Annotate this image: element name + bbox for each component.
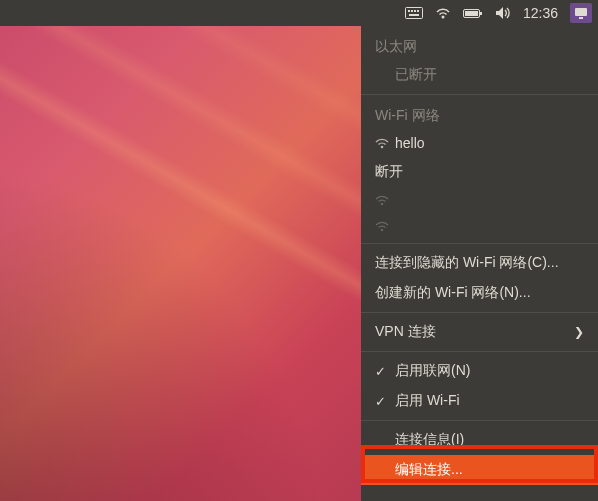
svg-rect-8 bbox=[465, 11, 478, 16]
ethernet-header: 以太网 bbox=[361, 30, 598, 60]
svg-rect-2 bbox=[411, 10, 413, 12]
separator bbox=[361, 420, 598, 421]
wifi-network-hello[interactable]: hello bbox=[361, 129, 598, 157]
wifi-signal-icon bbox=[375, 220, 389, 232]
volume-icon[interactable] bbox=[495, 6, 511, 20]
enable-networking[interactable]: 启用联网(N) bbox=[361, 356, 598, 386]
svg-point-14 bbox=[381, 229, 383, 231]
top-menu-bar: 12:36 bbox=[0, 0, 598, 26]
ethernet-disconnected: 已断开 bbox=[361, 60, 598, 90]
enable-wifi[interactable]: 启用 Wi-Fi bbox=[361, 386, 598, 416]
battery-icon[interactable] bbox=[463, 8, 483, 19]
wifi-empty-1 bbox=[361, 187, 598, 213]
wifi-ssid-label: hello bbox=[395, 135, 425, 151]
chevron-right-icon: ❯ bbox=[574, 325, 584, 339]
svg-rect-0 bbox=[405, 8, 422, 19]
svg-rect-1 bbox=[408, 10, 410, 12]
vpn-connections[interactable]: VPN 连接 ❯ bbox=[361, 317, 598, 347]
svg-rect-11 bbox=[579, 17, 583, 19]
wifi-disconnect[interactable]: 断开 bbox=[361, 157, 598, 187]
separator bbox=[361, 351, 598, 352]
network-menu: 以太网 已断开 Wi-Fi 网络 hello 断开 连接到隐藏的 Wi-Fi 网… bbox=[361, 26, 598, 501]
svg-rect-10 bbox=[575, 8, 587, 16]
keyboard-icon[interactable] bbox=[405, 7, 423, 19]
connect-hidden-wifi[interactable]: 连接到隐藏的 Wi-Fi 网络(C)... bbox=[361, 248, 598, 278]
wifi-header: Wi-Fi 网络 bbox=[361, 99, 598, 129]
session-indicator[interactable] bbox=[570, 3, 592, 23]
svg-point-6 bbox=[441, 16, 444, 19]
separator bbox=[361, 312, 598, 313]
vpn-label: VPN 连接 bbox=[375, 323, 436, 341]
wifi-empty-2 bbox=[361, 213, 598, 239]
svg-rect-4 bbox=[417, 10, 419, 12]
wifi-signal-icon bbox=[375, 194, 389, 206]
svg-rect-5 bbox=[409, 14, 419, 16]
network-icon[interactable] bbox=[435, 6, 451, 20]
wifi-signal-icon bbox=[375, 137, 389, 149]
svg-rect-9 bbox=[480, 12, 482, 15]
separator bbox=[361, 94, 598, 95]
create-new-wifi[interactable]: 创建新的 Wi-Fi 网络(N)... bbox=[361, 278, 598, 308]
connection-info[interactable]: 连接信息(I) bbox=[361, 425, 598, 455]
edit-connections[interactable]: 编辑连接... bbox=[361, 455, 598, 485]
clock[interactable]: 12:36 bbox=[523, 5, 558, 21]
separator bbox=[361, 243, 598, 244]
svg-rect-3 bbox=[414, 10, 416, 12]
svg-point-12 bbox=[381, 146, 384, 149]
svg-point-13 bbox=[381, 203, 383, 205]
